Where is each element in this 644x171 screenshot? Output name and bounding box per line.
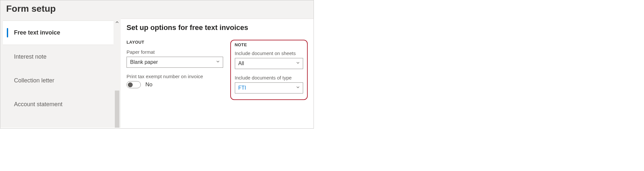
sidebar-item-label: Free text invoice xyxy=(14,29,60,36)
page-header: Form setup xyxy=(0,0,314,19)
form-setup-window: Form setup Free text invoice Interest no… xyxy=(0,0,314,129)
paper-format-label: Paper format xyxy=(127,49,223,55)
sidebar-item-label: Interest note xyxy=(14,53,47,60)
chevron-down-icon xyxy=(296,61,300,66)
include-type-select[interactable]: FTI xyxy=(235,82,303,93)
include-type-value: FTI xyxy=(238,85,246,91)
sidebar-list: Free text invoice Interest note Collecti… xyxy=(3,21,114,116)
sidebar-item-label: Account statement xyxy=(14,101,62,107)
sidebar: Free text invoice Interest note Collecti… xyxy=(0,19,114,128)
print-tax-exempt-value: No xyxy=(145,81,153,88)
page-title: Form setup xyxy=(6,4,308,14)
print-tax-exempt-toggle-row: No xyxy=(127,81,223,88)
include-type-label: Include documents of type xyxy=(235,75,303,80)
include-on-sheets-value: All xyxy=(238,61,244,66)
sidebar-item-account-statement[interactable]: Account statement xyxy=(3,93,114,116)
sidebar-item-interest-note[interactable]: Interest note xyxy=(3,45,114,69)
print-tax-exempt-toggle[interactable] xyxy=(127,81,141,88)
page-body: Free text invoice Interest note Collecti… xyxy=(0,19,314,128)
paper-format-select[interactable]: Blank paper xyxy=(127,57,223,68)
include-type-field: Include documents of type FTI xyxy=(235,75,303,93)
chevron-down-icon xyxy=(216,59,220,65)
paper-format-field: Paper format Blank paper xyxy=(127,49,223,68)
note-section-header: NOTE xyxy=(235,42,303,47)
layout-section: LAYOUT Paper format Blank paper Print ta… xyxy=(127,40,223,88)
include-on-sheets-select[interactable]: All xyxy=(235,58,303,69)
layout-section-header: LAYOUT xyxy=(127,40,223,45)
note-section: NOTE Include document on sheets All Incl… xyxy=(230,40,308,100)
chevron-down-icon xyxy=(296,85,300,91)
scroll-track[interactable] xyxy=(115,91,119,128)
include-on-sheets-field: Include document on sheets All xyxy=(235,50,303,69)
content-panel: Set up options for free text invoices LA… xyxy=(121,19,314,128)
sidebar-item-collection-letter[interactable]: Collection letter xyxy=(3,69,114,93)
content-sections: LAYOUT Paper format Blank paper Print ta… xyxy=(127,40,308,100)
print-tax-exempt-label: Print tax exempt number on invoice xyxy=(127,74,223,79)
content-title: Set up options for free text invoices xyxy=(127,23,308,32)
scroll-up-icon[interactable] xyxy=(115,19,119,25)
toggle-knob xyxy=(128,82,133,87)
sidebar-scrollbar[interactable] xyxy=(114,19,121,128)
sidebar-item-label: Collection letter xyxy=(14,77,54,84)
paper-format-value: Blank paper xyxy=(130,59,158,65)
include-on-sheets-label: Include document on sheets xyxy=(235,50,303,56)
print-tax-exempt-field: Print tax exempt number on invoice No xyxy=(127,74,223,88)
sidebar-item-free-text-invoice[interactable]: Free text invoice xyxy=(3,21,114,45)
